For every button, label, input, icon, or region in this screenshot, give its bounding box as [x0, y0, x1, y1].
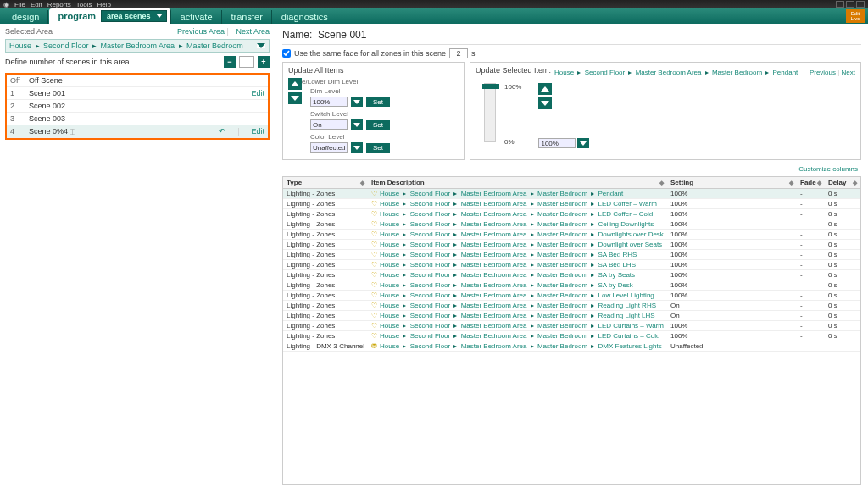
- switch-level-drop[interactable]: [351, 119, 363, 130]
- menu-file[interactable]: File: [14, 1, 25, 8]
- chevron-down-icon: [257, 43, 265, 48]
- selected-lower-button[interactable]: [538, 97, 552, 109]
- menu-help[interactable]: Help: [97, 1, 110, 8]
- bulb-icon: ♡: [371, 291, 377, 299]
- tab-transfer[interactable]: transfer: [223, 10, 272, 24]
- tab-activate[interactable]: activate: [172, 10, 222, 24]
- bulb-icon: ♡: [371, 281, 377, 289]
- table-row[interactable]: Lighting - Zones ♡House ▸ Second Floor ▸…: [283, 331, 860, 341]
- scene-row[interactable]: 3 Scene 003: [7, 113, 268, 125]
- table-row[interactable]: Lighting - Zones ♡House ▸ Second Floor ▸…: [283, 301, 860, 311]
- color-level-label: Color Level: [310, 133, 459, 141]
- menu-edit[interactable]: Edit: [31, 1, 42, 8]
- next-area-link[interactable]: Next Area: [236, 27, 270, 36]
- edit-live-badge[interactable]: EditLive: [846, 9, 865, 23]
- edit-scene-link[interactable]: Edit: [251, 89, 264, 97]
- bulb-icon: ♡: [371, 332, 377, 340]
- define-scenes-label: Define number of scenes in this area: [5, 58, 130, 66]
- table-row[interactable]: Lighting - Zones ♡House ▸ Second Floor ▸…: [283, 280, 860, 291]
- bulb-icon: ♡: [371, 190, 377, 197]
- bulb-icon: ♡: [371, 312, 377, 319]
- bulb-icon: ♡: [371, 302, 377, 309]
- dim-lower-button[interactable]: [288, 92, 302, 104]
- bulb-icon: ♡: [371, 241, 377, 248]
- same-fade-label: Use the same fade for all zones in this …: [294, 49, 446, 58]
- tab-program[interactable]: program area scenes: [49, 8, 170, 24]
- update-selected-panel: Update Selected Item: House ▸ Second Flo…: [470, 62, 861, 160]
- titlebar: ◉ FileEditReportsToolsHelp: [0, 0, 868, 8]
- scene-count-minus[interactable]: −: [224, 56, 236, 68]
- table-row[interactable]: Lighting - Zones ♡House ▸ Second Floor ▸…: [283, 311, 860, 321]
- bulb-icon: ♡: [371, 261, 377, 269]
- dim-slider[interactable]: [484, 83, 496, 142]
- scene-count-field[interactable]: [239, 56, 254, 68]
- bulb-icon: ♡: [371, 251, 377, 258]
- text-cursor-icon: ⌶: [70, 128, 75, 136]
- left-pane: Selected Area Previous Area | Next Area …: [0, 24, 275, 488]
- update-all-title: Update All Items: [288, 66, 459, 75]
- scene-list: Off Off Scene 1 Scene 001 Edit 2 Scene 0…: [5, 73, 270, 140]
- scene-row-off[interactable]: Off Off Scene: [7, 75, 268, 87]
- scene-row[interactable]: 1 Scene 001 Edit: [7, 87, 268, 100]
- slider-min-label: 0%: [504, 138, 521, 146]
- bulb-icon: ♡: [371, 322, 377, 330]
- col-delay[interactable]: Delay◆: [825, 177, 860, 189]
- table-row[interactable]: Lighting - DMX 3-Channel ⛃House ▸ Second…: [283, 341, 860, 352]
- raise-lower-label: Raise/Lower Dim Level: [288, 78, 459, 86]
- tab-diagnostics[interactable]: diagnostics: [273, 10, 337, 24]
- color-level-drop[interactable]: [351, 142, 363, 152]
- table-row[interactable]: Lighting - Zones ♡House ▸ Second Floor ▸…: [283, 250, 860, 260]
- window-controls[interactable]: [836, 1, 865, 8]
- program-subselect[interactable]: area scenes: [101, 10, 167, 22]
- table-row[interactable]: Lighting - Zones ♡House ▸ Second Floor ▸…: [283, 230, 860, 240]
- table-row[interactable]: Lighting - Zones ♡House ▸ Second Floor ▸…: [283, 199, 860, 209]
- dim-level-field[interactable]: 100%: [310, 97, 348, 107]
- col-setting[interactable]: Setting◆: [667, 177, 797, 189]
- bulb-icon: ♡: [371, 271, 377, 279]
- table-row[interactable]: Lighting - Zones ♡House ▸ Second Floor ▸…: [283, 209, 860, 219]
- col-fade[interactable]: Fade◆: [797, 177, 825, 189]
- fade-unit: s: [471, 49, 476, 58]
- switch-level-field[interactable]: On: [310, 119, 348, 130]
- menu-tools[interactable]: Tools: [76, 1, 92, 8]
- table-row[interactable]: Lighting - Zones ♡House ▸ Second Floor ▸…: [283, 240, 860, 250]
- prev-item-link[interactable]: Previous: [810, 69, 836, 76]
- color-level-field[interactable]: Unaffected: [310, 142, 348, 152]
- switch-level-set[interactable]: Set: [366, 120, 390, 130]
- switch-level-label: Switch Level: [310, 110, 459, 118]
- slider-thumb[interactable]: [482, 84, 499, 89]
- scene-row[interactable]: 4 Scene 0%4 ⌶ ↶| Edit: [7, 125, 268, 138]
- selected-raise-button[interactable]: [538, 83, 552, 95]
- app-icon: ◉: [3, 1, 9, 8]
- area-breadcrumb-select[interactable]: House ▸ Second Floor ▸ Master Bedroom Ar…: [5, 39, 270, 53]
- scene-row[interactable]: 2 Scene 002: [7, 100, 268, 113]
- prev-area-link[interactable]: Previous Area: [177, 27, 225, 36]
- table-row[interactable]: Lighting - Zones ♡House ▸ Second Floor ▸…: [283, 189, 860, 199]
- bulb-icon: ♡: [371, 230, 377, 238]
- table-row[interactable]: Lighting - Zones ♡House ▸ Second Floor ▸…: [283, 270, 860, 280]
- next-item-link[interactable]: Next: [842, 69, 855, 76]
- dim-raise-button[interactable]: [288, 78, 302, 90]
- table-row[interactable]: Lighting - Zones ♡House ▸ Second Floor ▸…: [283, 291, 860, 301]
- scene-count-plus[interactable]: +: [258, 56, 270, 68]
- color-level-set[interactable]: Set: [366, 143, 390, 152]
- table-row[interactable]: Lighting - Zones ♡House ▸ Second Floor ▸…: [283, 260, 860, 270]
- table-row[interactable]: Lighting - Zones ♡House ▸ Second Floor ▸…: [283, 321, 860, 331]
- customize-columns-link[interactable]: Customize columns: [798, 165, 858, 173]
- fade-value-input[interactable]: 2: [449, 48, 468, 58]
- col-desc[interactable]: Item Description◆: [368, 177, 667, 189]
- right-pane: Name: Scene 001 Use the same fade for al…: [275, 24, 868, 488]
- edit-scene-link[interactable]: Edit: [251, 127, 264, 136]
- selected-level-field[interactable]: 100%: [538, 138, 576, 148]
- dim-level-drop[interactable]: [351, 97, 363, 107]
- dim-level-set[interactable]: Set: [366, 97, 390, 107]
- items-grid: Type◆ Item Description◆ Setting◆ Fade◆ D…: [282, 176, 861, 485]
- tab-design[interactable]: design: [3, 10, 48, 24]
- undo-icon[interactable]: ↶: [219, 127, 225, 136]
- same-fade-checkbox[interactable]: [282, 49, 291, 58]
- selected-level-drop[interactable]: [577, 138, 589, 148]
- menu-reports[interactable]: Reports: [47, 1, 71, 8]
- table-row[interactable]: Lighting - Zones ♡House ▸ Second Floor ▸…: [283, 219, 860, 230]
- col-type[interactable]: Type◆: [283, 177, 368, 189]
- slider-max-label: 100%: [504, 83, 521, 91]
